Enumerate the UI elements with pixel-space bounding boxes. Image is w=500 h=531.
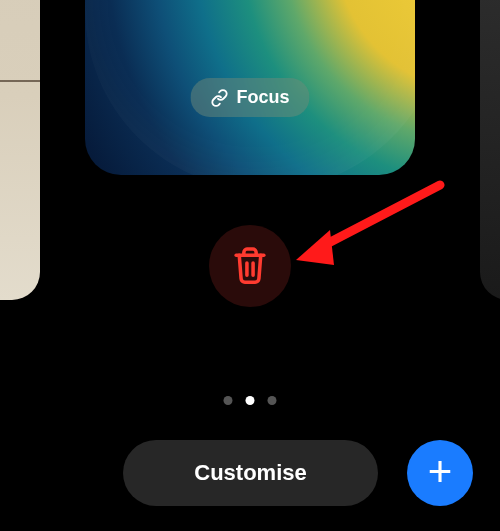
page-indicator xyxy=(224,396,277,405)
focus-label: Focus xyxy=(236,87,289,108)
svg-line-0 xyxy=(315,185,440,250)
customise-label: Customise xyxy=(194,460,306,486)
wallpaper-picker-stage: Focus Customise + xyxy=(0,0,500,531)
wallpaper-card-previous[interactable] xyxy=(0,0,40,300)
page-dot[interactable] xyxy=(224,396,233,405)
delete-button[interactable] xyxy=(209,225,291,307)
wallpaper-card-current[interactable]: Focus xyxy=(85,0,415,175)
annotation-arrow xyxy=(290,175,450,285)
wallpaper-card-next[interactable] xyxy=(480,0,500,300)
link-icon xyxy=(210,89,228,107)
focus-pill[interactable]: Focus xyxy=(190,78,309,117)
customise-button[interactable]: Customise xyxy=(123,440,378,506)
svg-marker-1 xyxy=(296,230,334,265)
plus-icon: + xyxy=(428,451,453,493)
page-dot[interactable] xyxy=(268,396,277,405)
add-button[interactable]: + xyxy=(407,440,473,506)
page-dot-active[interactable] xyxy=(246,396,255,405)
trash-icon xyxy=(231,246,269,286)
